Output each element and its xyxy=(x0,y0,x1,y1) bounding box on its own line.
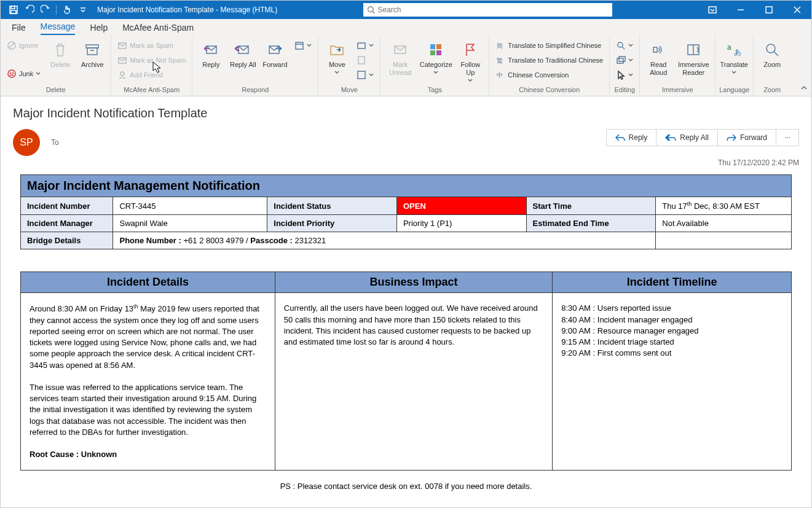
svg-text:あ: あ xyxy=(734,48,741,57)
translate-button[interactable]: aあTranslate xyxy=(719,37,749,75)
cursor-icon xyxy=(616,70,626,80)
read-aloud-icon xyxy=(648,40,668,60)
reply-icon xyxy=(201,40,221,60)
svg-point-47 xyxy=(787,138,788,138)
forward-icon xyxy=(265,40,285,60)
svg-line-39 xyxy=(622,47,625,49)
reply-all-icon xyxy=(233,40,253,60)
bridge-value: Phone Number : +61 2 8003 4979 / Passcod… xyxy=(113,232,656,249)
search-icon xyxy=(367,6,375,14)
translate-icon: aあ xyxy=(724,40,744,60)
more-actions-button[interactable] xyxy=(776,133,798,143)
search-box[interactable] xyxy=(363,3,612,17)
svg-point-21 xyxy=(120,72,124,76)
qat-dropdown-icon[interactable] xyxy=(76,3,90,17)
svg-rect-29 xyxy=(358,71,365,79)
menu-mcafee[interactable]: McAfee Anti-Spam xyxy=(122,23,194,35)
header-reply-button[interactable]: Reply xyxy=(607,130,657,146)
window-controls xyxy=(698,1,811,19)
priority-label: Incident Priority xyxy=(267,215,397,232)
not-spam-icon xyxy=(117,55,127,65)
read-aloud-button[interactable]: Read Aloud xyxy=(644,37,673,77)
categorize-icon xyxy=(426,40,446,60)
header-forward-button[interactable]: Forward xyxy=(718,130,776,146)
ribbon-group-chinese: 简Translate to Simplified Chinese 繁Transl… xyxy=(489,35,610,96)
svg-text:中: 中 xyxy=(497,72,503,79)
delete-icon xyxy=(50,40,70,60)
add-friend-button[interactable]: Add Friend xyxy=(115,68,188,82)
delete-button[interactable]: Delete xyxy=(45,37,75,69)
search-input[interactable] xyxy=(378,6,609,14)
svg-line-12 xyxy=(9,43,14,48)
translate-traditional-button[interactable]: 繁Translate to Traditional Chinese xyxy=(493,53,605,67)
save-icon[interactable] xyxy=(7,3,20,17)
svg-rect-17 xyxy=(87,48,97,55)
reply-button[interactable]: Reply xyxy=(196,37,226,69)
reply-all-button[interactable]: Reply All xyxy=(228,37,258,69)
to-field: To xyxy=(51,129,59,156)
svg-rect-41 xyxy=(619,57,625,61)
svg-point-14 xyxy=(10,73,11,74)
reading-pane: Major Incident Notification Template SP … xyxy=(1,96,811,502)
translate-simplified-button[interactable]: 简Translate to Simplified Chinese xyxy=(493,39,605,52)
ignore-icon xyxy=(7,41,17,50)
bridge-label: Bridge Details xyxy=(21,232,113,249)
mark-not-spam-button[interactable]: Mark as Not Spam xyxy=(115,53,188,67)
add-friend-icon xyxy=(117,70,127,80)
actions-button[interactable] xyxy=(354,68,376,82)
ribbon-display-icon[interactable] xyxy=(698,1,727,19)
undo-icon[interactable] xyxy=(23,3,36,17)
unread-icon xyxy=(390,40,410,60)
ribbon-group-move: Move Move xyxy=(318,35,380,96)
forward-button[interactable]: Forward xyxy=(260,37,290,69)
timeline-header: Incident Timeline xyxy=(553,272,792,293)
junk-button[interactable]: Junk xyxy=(4,67,43,80)
spam-icon xyxy=(117,41,127,50)
header-reply-all-button[interactable]: Reply All xyxy=(656,130,718,146)
archive-icon xyxy=(82,40,102,60)
maximize-icon[interactable] xyxy=(755,1,783,19)
mark-spam-button[interactable]: Mark as Spam xyxy=(115,39,188,52)
to-label: To xyxy=(51,138,59,147)
minimize-icon[interactable] xyxy=(727,1,755,19)
touch-mode-icon[interactable] xyxy=(60,3,74,17)
ribbon-group-delete: Ignore Junk Delete Archive Delete xyxy=(1,35,111,96)
zoom-button[interactable]: Zoom xyxy=(757,37,787,69)
svg-rect-40 xyxy=(617,58,623,63)
archive-button[interactable]: Archive xyxy=(77,37,107,69)
rules-button[interactable] xyxy=(354,39,376,52)
move-button[interactable]: Move xyxy=(322,37,352,75)
svg-rect-31 xyxy=(430,44,435,49)
group-label: Immersive xyxy=(644,85,711,96)
menu-bar: File Message Help McAfee Anti-Spam xyxy=(1,19,811,35)
find-button[interactable] xyxy=(613,39,636,52)
email-subject: Major Incident Notification Template xyxy=(13,106,799,120)
chinese-conversion-button[interactable]: 中Chinese Conversion xyxy=(493,68,605,82)
select-button[interactable] xyxy=(613,68,636,82)
redo-icon[interactable] xyxy=(39,3,52,17)
collapse-ribbon-icon[interactable] xyxy=(800,84,808,93)
onenote-button[interactable] xyxy=(354,53,376,67)
meeting-button[interactable] xyxy=(292,39,314,52)
junk-icon xyxy=(7,69,17,79)
ignore-button[interactable]: Ignore xyxy=(4,39,43,52)
incident-status-value: OPEN xyxy=(396,197,526,215)
menu-message[interactable]: Message xyxy=(41,21,76,35)
svg-point-46 xyxy=(786,138,786,138)
find-icon xyxy=(616,41,626,50)
close-icon[interactable] xyxy=(783,1,811,19)
chevron-down-icon xyxy=(36,71,41,76)
categorize-button[interactable]: Categorize xyxy=(419,37,453,75)
ribbon-group-mcafee: Mark as Spam Mark as Not Spam Add Friend… xyxy=(111,35,192,96)
follow-up-button[interactable]: Follow Up xyxy=(455,37,485,83)
immersive-reader-button[interactable]: Immersive Reader xyxy=(676,37,711,77)
menu-help[interactable]: Help xyxy=(90,23,108,35)
menu-file[interactable]: File xyxy=(12,23,26,35)
related-button[interactable] xyxy=(613,53,636,67)
svg-rect-25 xyxy=(296,42,303,49)
email-body: Major Incident Management Notification I… xyxy=(13,167,799,502)
window-title: Major Incident Notification Template - M… xyxy=(97,6,277,14)
footer-note: PS : Please contact service desk on ext.… xyxy=(20,471,792,502)
incident-number-value: CRT-3445 xyxy=(113,197,267,215)
mark-unread-button[interactable]: Mark Unread xyxy=(384,37,416,77)
